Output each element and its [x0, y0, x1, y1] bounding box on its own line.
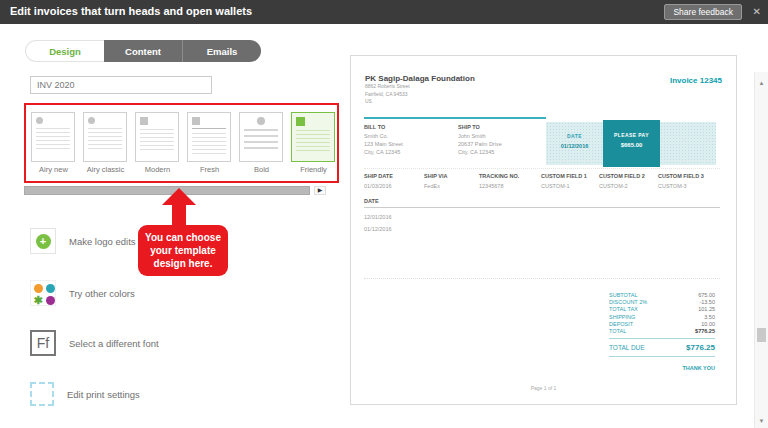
template-thumb-airy-classic[interactable]: Airy classic	[83, 112, 128, 181]
meta-value: CUSTOM-1	[541, 183, 599, 189]
tab-emails[interactable]: Emails	[182, 40, 261, 62]
annotation-arrow-icon	[162, 188, 196, 205]
option-label: Edit print settings	[67, 389, 140, 400]
total-label: TOTAL TAX	[609, 306, 638, 313]
date-label: DATE	[546, 133, 603, 139]
thank-you-note: THANK YOU	[609, 365, 715, 371]
date-value: 01/12/2016	[546, 143, 603, 149]
company-address-line: 8862 Roberts Street	[365, 83, 475, 91]
text-lines-placeholder	[88, 128, 122, 150]
text-lines-placeholder	[140, 129, 174, 151]
tab-emails-label: Emails	[207, 46, 238, 57]
please-pay-label: PLEASE PAY	[603, 132, 660, 138]
select-different-font-option[interactable]: Ff Select a different font	[30, 330, 159, 356]
meta-value: FedEx	[424, 183, 479, 189]
total-label: SUBTOTAL	[609, 292, 638, 299]
green-asterisk-icon: ✱	[33, 296, 42, 305]
total-row: SHIPPING 3.50	[609, 314, 715, 321]
make-logo-edits-option[interactable]: + Make logo edits	[30, 228, 136, 254]
print-margins-icon	[30, 382, 54, 406]
template-thumb-fresh[interactable]: Fresh	[187, 112, 232, 181]
template-thumb-label: Bold	[239, 165, 284, 174]
template-strip: Airy new Airy classic Modern Fresh Bold …	[24, 103, 339, 183]
meta-value: 12345678	[479, 183, 541, 189]
invoice-name-input[interactable]	[30, 76, 212, 94]
page-indicator: Page 1 of 1	[351, 385, 736, 391]
annotation-callout: You can choose your template design here…	[138, 225, 228, 276]
meta-label: CUSTOM FIELD 2	[599, 173, 658, 179]
logo-placeholder-icon	[88, 117, 95, 124]
logo-placeholder-icon	[257, 117, 265, 125]
template-preview	[135, 112, 179, 162]
ship-to-line: City, CA 12345	[458, 149, 502, 157]
company-block: PK Sagip-Dalaga Foundation 8862 Roberts …	[365, 74, 475, 106]
total-value: 3.50	[704, 314, 715, 321]
company-name: PK Sagip-Dalaga Foundation	[365, 74, 475, 83]
meta-label: SHIP DATE	[364, 173, 424, 179]
text-lines-placeholder	[244, 129, 278, 151]
tab-design-label: Design	[49, 46, 81, 57]
company-address-line: US	[365, 98, 475, 106]
tab-design[interactable]: Design	[25, 40, 104, 62]
close-icon[interactable]: ✕	[753, 6, 761, 18]
total-value: 101.25	[698, 306, 715, 313]
template-thumb-friendly-selected[interactable]: Friendly	[291, 112, 336, 181]
total-value: $776.25	[695, 328, 715, 335]
scroll-right-icon[interactable]: ▶	[314, 186, 326, 195]
try-other-colors-option[interactable]: ✱ Try other colors	[30, 280, 135, 306]
template-thumb-airy-new[interactable]: Airy new	[31, 112, 76, 181]
modal-header: Edit invoices that turn heads and open w…	[0, 0, 768, 24]
orange-dot-icon	[34, 284, 43, 293]
annotation-arrow-shaft	[172, 204, 186, 227]
logo-placeholder-icon	[140, 117, 148, 125]
option-label: Make logo edits	[69, 236, 136, 247]
meta-column: CUSTOM FIELD 2 CUSTOM-2	[599, 173, 658, 189]
template-thumb-label: Fresh	[187, 165, 232, 174]
meta-label: CUSTOM FIELD 3	[658, 173, 720, 179]
please-pay-value: $665.00	[603, 142, 660, 148]
total-label: TOTAL	[609, 328, 626, 335]
scrollbar-thumb[interactable]	[757, 328, 766, 342]
scroll-down-icon[interactable]: ▼	[755, 418, 768, 424]
template-preview	[31, 112, 75, 162]
tab-content-label: Content	[125, 46, 161, 57]
total-due-label: TOTAL DUE	[609, 344, 645, 351]
company-address-line: Fairfield, CA 94533	[365, 91, 475, 99]
meta-label: SHIP VIA	[424, 173, 479, 179]
invoice-number: Invoice 12345	[670, 76, 722, 85]
edit-print-settings-option[interactable]: Edit print settings	[30, 382, 140, 406]
meta-column: TRACKING NO. 12345678	[479, 173, 541, 189]
logo-placeholder-icon	[296, 117, 305, 126]
text-lines-placeholder	[36, 128, 70, 150]
color-dots-icon: ✱	[30, 280, 56, 306]
logo-plus-icon: +	[30, 228, 56, 254]
text-lines-placeholder	[296, 130, 330, 152]
vertical-scrollbar[interactable]: ▲ ▼	[754, 72, 768, 428]
divider	[364, 117, 546, 119]
template-thumb-modern[interactable]: Modern	[135, 112, 180, 181]
bill-to-label: BILL TO	[364, 124, 403, 130]
template-preview	[291, 112, 335, 162]
total-value: 675.00	[698, 292, 715, 299]
tab-bar: Design Content Emails	[25, 40, 261, 62]
total-row: TOTAL TAX 101.25	[609, 306, 715, 313]
meta-value: CUSTOM-3	[658, 183, 720, 189]
total-row: TOTAL $776.25	[609, 328, 715, 335]
divider	[364, 278, 720, 279]
meta-value: 01/03/2016	[364, 183, 424, 189]
total-value: -13.50	[699, 299, 715, 306]
tab-group: Content Emails	[104, 40, 261, 62]
tab-content[interactable]: Content	[104, 40, 182, 62]
teal-dot-icon	[46, 284, 55, 293]
template-thumb-bold[interactable]: Bold	[239, 112, 284, 181]
scroll-up-icon[interactable]: ▲	[755, 80, 768, 86]
date-cell: DATE 01/12/2016	[546, 122, 603, 165]
template-preview	[187, 112, 231, 162]
bill-to-line: Smith Co.	[364, 133, 403, 141]
total-row: SUBTOTAL 675.00	[609, 292, 715, 299]
share-feedback-button[interactable]: Share feedback	[664, 4, 742, 20]
bill-to-block: BILL TO Smith Co. 123 Main Street City, …	[364, 124, 403, 157]
template-preview	[83, 112, 127, 162]
divider	[192, 128, 226, 129]
total-label: SHIPPING	[609, 314, 635, 321]
